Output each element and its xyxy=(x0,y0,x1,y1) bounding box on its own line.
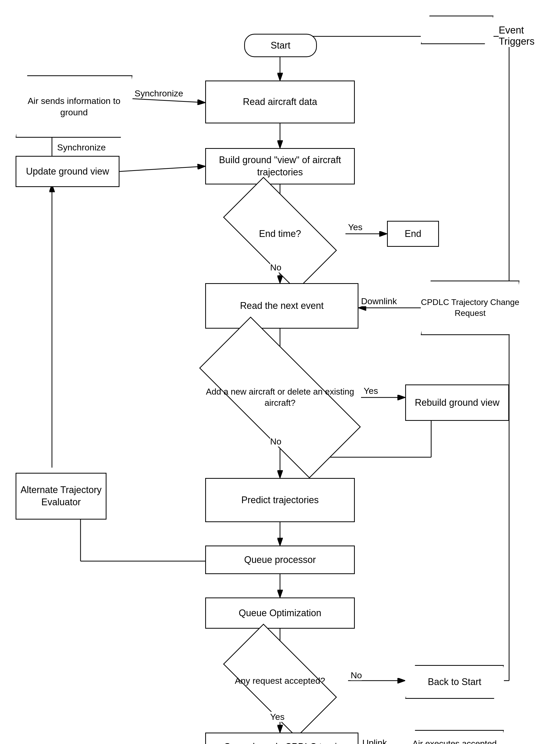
end-time-text: End time? xyxy=(228,205,332,262)
start-box: Start xyxy=(244,34,317,57)
alternate-traj-box: Alternate Trajectory Evaluator xyxy=(15,473,107,520)
any-request-yes-label: Yes xyxy=(270,712,285,722)
uplink-label: Uplink xyxy=(362,738,387,744)
end-time-yes-label: Yes xyxy=(348,222,362,232)
synchronize-top-label: Synchronize xyxy=(135,88,183,99)
queue-opt-box: Queue Optimization xyxy=(205,597,355,629)
any-request-text: Any request accepted? xyxy=(228,652,332,709)
end-time-no-label: No xyxy=(270,262,281,272)
end-box: End xyxy=(387,221,439,247)
read-next-box: Read the next event xyxy=(205,283,359,329)
downlink-label: Downlink xyxy=(361,296,397,306)
read-aircraft-box: Read aircraft data xyxy=(205,80,355,123)
back-to-start-box: Back to Start xyxy=(405,665,504,699)
air-executes-box: Air executes accepted requests xyxy=(405,730,504,744)
add-delete-text: Add a new aircraft or delete an existing… xyxy=(202,361,358,434)
legend-label: Event Triggers xyxy=(499,25,560,47)
add-delete-no-label: No xyxy=(270,437,281,447)
build-ground-box: Build ground "view" of aircraft trajecto… xyxy=(205,148,355,184)
cpdlc-box: CPDLC Trajectory Change Request xyxy=(421,281,520,335)
legend-parallelogram xyxy=(421,15,493,44)
any-request-no-label: No xyxy=(351,670,362,680)
svg-line-5 xyxy=(119,166,205,172)
rebuild-ground-box: Rebuild ground view xyxy=(405,384,509,421)
air-sends-box: Air sends information to ground xyxy=(15,75,133,138)
add-delete-yes-label: Yes xyxy=(364,386,378,396)
svg-line-2 xyxy=(133,99,205,103)
ground-sends-box: Ground sends CPDLC to air xyxy=(205,733,359,744)
update-ground-box: Update ground view xyxy=(15,156,119,187)
queue-proc-box: Queue processor xyxy=(205,546,355,574)
flowchart-diagram: Event Triggers Start Air sends informati… xyxy=(0,0,560,744)
synchronize-left-label: Synchronize xyxy=(57,142,106,152)
predict-box: Predict trajectories xyxy=(205,478,355,522)
